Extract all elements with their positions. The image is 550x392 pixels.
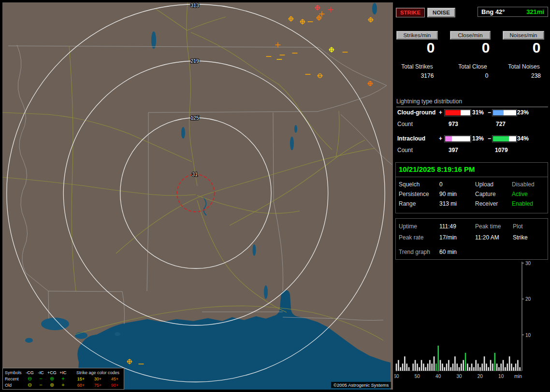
receiver-status: Enabled (512, 200, 533, 207)
strike-symbol-pcg (368, 81, 373, 86)
walter-george-lake (253, 244, 256, 256)
svg-text:20: 20 (478, 374, 483, 379)
cloud-ground-count-row: Count 973 727 (394, 121, 550, 127)
copyright-credit: ©2005 Astrogenic Systems (331, 382, 391, 388)
svg-text:60: 60 (394, 374, 399, 379)
intracloud-label: Intracloud (397, 135, 425, 142)
strike-symbol-pcg (289, 16, 293, 21)
ic-minus-bar (492, 136, 517, 142)
kentucky-lake (151, 31, 156, 49)
range-ring-219 (63, 61, 328, 325)
strikes-per-min-button[interactable]: Strikes/min (396, 31, 438, 40)
range-value: 313 mi (439, 200, 457, 207)
noises-per-min-button[interactable]: Noises/min (503, 31, 544, 40)
strikes-per-min-value: 0 (416, 40, 445, 56)
small-lake (25, 338, 33, 343)
svg-text:40: 40 (435, 374, 441, 379)
total-close-value: 0 (464, 72, 509, 79)
smith-lake (181, 127, 185, 139)
age-codes-title: Strike age color codes (72, 370, 123, 375)
plus-sign: + (439, 109, 442, 116)
range-label: Range (399, 200, 416, 207)
total-noises-label: Total Noises (501, 63, 547, 70)
count-label: Count (397, 147, 413, 154)
minus-sign: − (488, 135, 491, 142)
map-legend: Symbols-CG-IC+CG+ICStrike age color code… (2, 368, 124, 390)
plus-sign: + (439, 135, 442, 142)
cg-minus-pct: 23% (517, 109, 529, 116)
logan-martin-lake (290, 137, 294, 150)
ic-plus-count: 397 (449, 147, 458, 154)
capture-status: Active (512, 191, 528, 197)
peak-rate-value: 17/min (439, 234, 457, 241)
total-strikes-value: 3176 (405, 72, 450, 79)
svg-text:50: 50 (415, 374, 420, 379)
cg-plus-pct: 31% (472, 109, 484, 116)
strike-button[interactable]: STRIKE (396, 8, 425, 17)
svg-text:10: 10 (525, 333, 531, 338)
map-legend-grid: Symbols-CG-IC+CG+ICStrike age color code… (3, 368, 124, 388)
state-borders-layer (8, 45, 392, 324)
cg-plus-bar (445, 110, 471, 116)
distribution-title: Lightning type distribution (396, 98, 548, 107)
squelch-label: Squelch (399, 181, 420, 188)
svg-text:30: 30 (525, 261, 531, 266)
lake-borgne (75, 332, 87, 339)
ic-plus-bar (445, 136, 471, 142)
cg-minus-count: 727 (496, 121, 506, 127)
range-ring-label: 313 (190, 2, 199, 8)
coosa-river (203, 197, 206, 215)
settings-box: 10/21/2025 8:19:16 PM Squelch 0 Upload D… (395, 162, 548, 213)
peak-time-label: Peak time (475, 223, 501, 230)
weiss-lake (294, 125, 297, 133)
svg-text:10: 10 (498, 374, 504, 379)
svg-text:30: 30 (456, 374, 462, 379)
bearing-distance-box: Bng 42° 321mi (478, 7, 548, 17)
ic-minus-pct: 34% (517, 135, 529, 142)
total-close-label: Total Close (450, 63, 495, 70)
range-ring-125 (120, 118, 272, 269)
strike-symbol-pic (328, 7, 333, 12)
noise-button[interactable]: NOISE (427, 8, 455, 17)
strike-symbol-pcg (317, 15, 321, 20)
divider (396, 177, 548, 177)
noises-per-min-value: 0 (523, 40, 550, 56)
datetime: 10/21/2025 8:19:16 PM (399, 165, 475, 173)
cloud-ground-label: Cloud-ground (397, 109, 435, 116)
cloud-ground-row: Cloud-ground + 31% − 23% (394, 109, 550, 116)
uptime-label: Uptime (399, 223, 417, 230)
svg-text:20: 20 (525, 296, 531, 302)
svg-text:min: min (514, 374, 522, 379)
control-panel: STRIKE NOISE Bng 42° 321mi Strikes/min C… (394, 0, 550, 392)
receiver-label: Receiver (475, 200, 498, 207)
close-per-min-value: 0 (471, 40, 500, 56)
map-view[interactable]: 31125219313 Symbols-CG-IC+CG+ICStrike ag… (2, 2, 393, 390)
cg-plus-count: 973 (449, 121, 458, 127)
northeast-lake (372, 3, 377, 14)
strike-symbol-pcg (329, 47, 334, 52)
total-strikes-label: Total Strikes (394, 63, 440, 70)
upload-label: Upload (475, 181, 493, 188)
coastal-inlet (115, 332, 120, 336)
distance-value: 321mi (526, 8, 544, 15)
strike-symbol-pcg (300, 19, 305, 24)
peak-rate-label: Peak rate (399, 234, 423, 241)
close-per-min-button[interactable]: Close/min (450, 31, 491, 40)
strike-symbol-mcg (318, 74, 322, 78)
intracloud-count-row: Count 397 1079 (394, 147, 550, 154)
range-ring-label: 219 (190, 58, 199, 64)
strike-symbol-pcg (315, 5, 320, 10)
bearing-value: Bng 42° (481, 8, 505, 15)
strike-symbol-pic (319, 12, 324, 16)
ic-plus-pct: 13% (472, 135, 484, 142)
plot-label: Plot (513, 223, 523, 230)
capture-label: Capture (475, 191, 496, 197)
range-ring-label: 125 (190, 115, 199, 121)
choctawhatchee-river (264, 285, 268, 299)
close-alarm-ring (177, 174, 215, 212)
peak-time-value: 11:20 AM (475, 234, 499, 241)
map-canvas: 31125219313 (2, 2, 393, 390)
strike-symbol-pcg (368, 17, 373, 22)
total-noises-value: 238 (522, 72, 550, 79)
persistence-value: 90 min (439, 191, 457, 197)
